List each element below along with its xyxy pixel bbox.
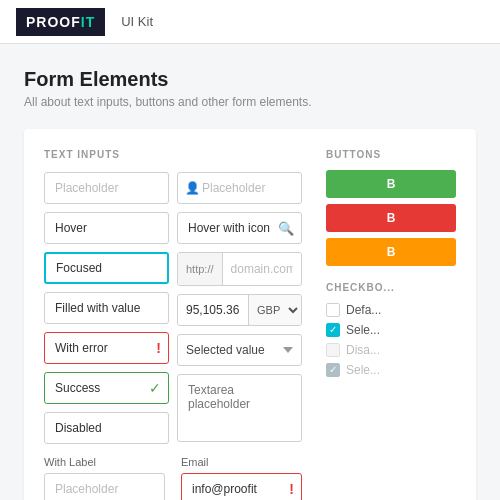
checkbox-label-selected: Sele... bbox=[346, 323, 380, 337]
checkbox-box-disabled bbox=[326, 343, 340, 357]
button-red[interactable]: B bbox=[326, 204, 456, 232]
nav-label: UI Kit bbox=[105, 14, 169, 29]
select-input[interactable]: Selected value bbox=[177, 334, 302, 366]
input-col-right: 👤 🔍 http:// GBP bbox=[177, 172, 302, 444]
url-input-wrapper: http:// bbox=[177, 252, 302, 286]
checkbox-box-selected[interactable] bbox=[326, 323, 340, 337]
checkbox-selected[interactable]: Sele... bbox=[326, 323, 456, 337]
email-label: Email bbox=[181, 456, 302, 468]
with-label-input[interactable] bbox=[44, 473, 165, 500]
search-icon: 🔍 bbox=[278, 221, 294, 236]
error-input[interactable] bbox=[44, 332, 169, 364]
currency-select[interactable]: GBP USD EUR bbox=[248, 295, 301, 325]
error-icon: ! bbox=[156, 340, 161, 356]
checkbox-default[interactable]: Defa... bbox=[326, 303, 456, 317]
placeholder-icon-wrapper: 👤 bbox=[177, 172, 302, 204]
focused-input[interactable] bbox=[44, 252, 169, 284]
success-icon: ✓ bbox=[149, 380, 161, 396]
page-title: Form Elements bbox=[24, 68, 476, 91]
page: Form Elements All about text inputs, but… bbox=[0, 44, 500, 500]
email-group: Email ! ! The email is invalid bbox=[181, 456, 302, 500]
button-orange[interactable]: B bbox=[326, 238, 456, 266]
buttons-section-label: BUTTONS bbox=[326, 149, 456, 160]
disabled-input bbox=[44, 412, 169, 444]
email-input[interactable] bbox=[181, 473, 302, 500]
with-label-group: With Label bbox=[44, 456, 165, 500]
checkbox-box-checked-disabled bbox=[326, 363, 340, 377]
checkbox-label-disabled: Disa... bbox=[346, 343, 380, 357]
page-subtitle: All about text inputs, buttons and other… bbox=[24, 95, 476, 109]
focused-input-wrapper bbox=[44, 252, 169, 284]
filled-input[interactable] bbox=[44, 292, 169, 324]
textarea-input[interactable] bbox=[177, 374, 302, 442]
button-green[interactable]: B bbox=[326, 170, 456, 198]
currency-input-wrapper: GBP USD EUR bbox=[177, 294, 302, 326]
header: PROOFIT UI Kit bbox=[0, 0, 500, 44]
with-label-label: With Label bbox=[44, 456, 165, 468]
checkbox-disabled: Disa... bbox=[326, 343, 456, 357]
email-input-wrapper: ! bbox=[181, 473, 302, 500]
hover-input[interactable] bbox=[44, 212, 169, 244]
checkbox-label-default: Defa... bbox=[346, 303, 381, 317]
text-inputs-label: TEXT INPUTS bbox=[44, 149, 302, 160]
url-prefix: http:// bbox=[178, 253, 223, 285]
labeled-row: With Label Email ! ! The email is invali… bbox=[44, 456, 302, 500]
error-input-wrapper: ! bbox=[44, 332, 169, 364]
form-section: TEXT INPUTS ! ✓ bbox=[44, 149, 302, 500]
checkbox-box-default[interactable] bbox=[326, 303, 340, 317]
checkboxes-section-label: CHECKBO... bbox=[326, 282, 456, 293]
checkbox-checked-disabled: Sele... bbox=[326, 363, 456, 377]
input-col-left: ! ✓ bbox=[44, 172, 169, 444]
person-icon: 👤 bbox=[185, 181, 200, 195]
email-error-icon: ! bbox=[289, 481, 294, 497]
right-panel: BUTTONS B B B CHECKBO... Defa... Sele... bbox=[326, 149, 456, 500]
logo: PROOFIT bbox=[16, 8, 105, 36]
currency-value-input[interactable] bbox=[178, 295, 248, 325]
checkbox-list: Defa... Sele... Disa... Sele... bbox=[326, 303, 456, 377]
placeholder-input-1[interactable] bbox=[44, 172, 169, 204]
button-list: B B B bbox=[326, 170, 456, 266]
success-input-wrapper: ✓ bbox=[44, 372, 169, 404]
checkbox-label-checked-disabled: Sele... bbox=[346, 363, 380, 377]
card: TEXT INPUTS ! ✓ bbox=[24, 129, 476, 500]
logo-accent: IT bbox=[81, 14, 95, 30]
hover-icon-wrapper: 🔍 bbox=[177, 212, 302, 244]
url-domain-input[interactable] bbox=[223, 253, 301, 285]
input-grid: ! ✓ 👤 🔍 bbox=[44, 172, 302, 444]
